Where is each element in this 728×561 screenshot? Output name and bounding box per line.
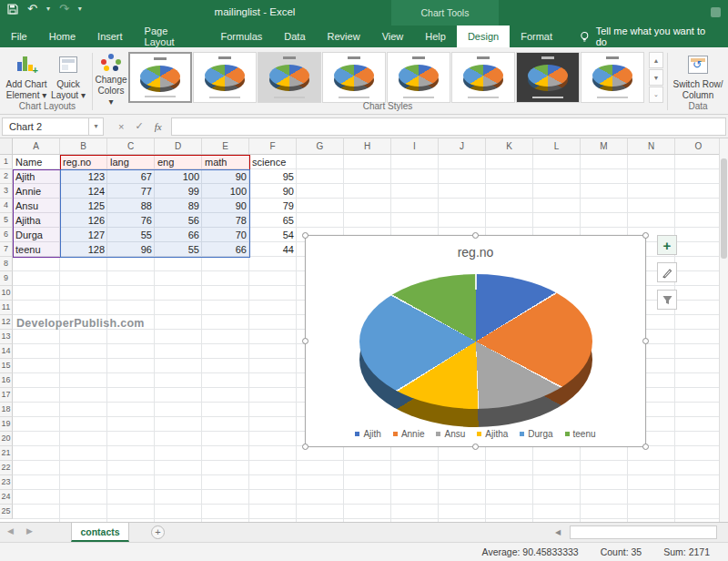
new-sheet-icon[interactable]: + <box>151 525 165 539</box>
tab-formulas[interactable]: Formulas <box>209 26 273 47</box>
cell-F7[interactable]: 44 <box>252 242 294 257</box>
cell-B7[interactable]: 128 <box>63 242 105 257</box>
row-header-18[interactable]: 18 <box>0 403 13 417</box>
cell-B4[interactable]: 125 <box>63 199 105 213</box>
cell-B1[interactable]: reg.no <box>63 155 105 169</box>
row-header-2[interactable]: 2 <box>0 169 13 184</box>
chart-handle-nw[interactable] <box>302 232 308 239</box>
cell-C7[interactable]: 96 <box>110 242 152 257</box>
cell-F1[interactable]: science <box>252 155 294 169</box>
row-header-6[interactable]: 6 <box>0 228 13 242</box>
cell-E1[interactable]: math <box>205 155 247 169</box>
tab-data[interactable]: Data <box>273 26 316 47</box>
cell-A1[interactable]: Name <box>15 155 57 169</box>
row-header-10[interactable]: 10 <box>0 286 13 301</box>
cell-A4[interactable]: Ansu <box>15 199 57 213</box>
chart-style-thumb-2[interactable] <box>193 52 257 103</box>
undo-icon[interactable]: ↶ <box>27 4 37 15</box>
cell-A6[interactable]: Durga <box>15 228 57 242</box>
chart-title[interactable]: reg.no <box>306 245 645 260</box>
cell-B3[interactable]: 124 <box>63 184 105 199</box>
window-corner-icon[interactable] <box>711 7 721 17</box>
chart-style-thumb-1[interactable] <box>128 52 192 103</box>
chart-handle-ne[interactable] <box>642 232 649 239</box>
row-header-15[interactable]: 15 <box>0 359 13 373</box>
tab-design[interactable]: Design <box>457 26 510 47</box>
tab-review[interactable]: Review <box>317 26 371 47</box>
column-header-L[interactable]: L <box>533 138 581 154</box>
cell-D6[interactable]: 66 <box>157 228 199 242</box>
row-header-14[interactable]: 14 <box>0 344 13 359</box>
tab-page-layout[interactable]: Page Layout <box>134 26 210 47</box>
row-header-3[interactable]: 3 <box>0 184 13 199</box>
row-header-12[interactable]: 12 <box>0 315 13 330</box>
add-chart-element-button[interactable]: + Add Chart Element ▾ <box>5 51 47 107</box>
enter-icon[interactable]: ✓ <box>135 120 143 132</box>
row-header-4[interactable]: 4 <box>0 199 13 213</box>
undo-dropdown-icon[interactable]: ▾ <box>46 5 50 13</box>
row-header-11[interactable]: 11 <box>0 301 13 315</box>
chart-handle-se[interactable] <box>642 444 649 450</box>
worksheet-grid[interactable]: ABCDEFGHIJKLMNO 123456789101112131415161… <box>0 138 728 522</box>
save-icon[interactable] <box>7 4 18 15</box>
row-header-24[interactable]: 24 <box>0 490 13 505</box>
horizontal-scrollbar[interactable]: ◀ <box>546 525 719 539</box>
row-header-22[interactable]: 22 <box>0 461 13 475</box>
cell-D4[interactable]: 89 <box>157 199 199 213</box>
cell-E3[interactable]: 100 <box>205 184 247 199</box>
cell-A7[interactable]: teenu <box>15 242 57 257</box>
column-header-E[interactable]: E <box>202 138 249 154</box>
name-box[interactable]: Chart 2 <box>2 117 89 136</box>
sheet-tab-contacts[interactable]: contacts <box>71 523 129 542</box>
cell-C3[interactable]: 77 <box>110 184 152 199</box>
cell-B5[interactable]: 126 <box>63 213 105 228</box>
vertical-scrollbar[interactable] <box>719 138 728 522</box>
chart-style-thumb-7[interactable] <box>516 52 580 103</box>
column-header-H[interactable]: H <box>344 138 391 154</box>
cell-D5[interactable]: 56 <box>157 213 199 228</box>
cell-E5[interactable]: 78 <box>205 213 247 228</box>
row-header-25[interactable]: 25 <box>0 505 13 519</box>
column-header-F[interactable]: F <box>249 138 297 154</box>
column-header-B[interactable]: B <box>60 138 107 154</box>
chart-style-thumb-5[interactable] <box>387 52 450 103</box>
chart-style-thumb-6[interactable] <box>451 52 515 103</box>
chart-elements-plus-icon[interactable]: + <box>657 235 677 255</box>
row-header-23[interactable]: 23 <box>0 475 13 490</box>
tab-file[interactable]: File <box>0 26 38 47</box>
column-header-N[interactable]: N <box>628 138 675 154</box>
tab-insert[interactable]: Insert <box>86 26 134 47</box>
row-header-16[interactable]: 16 <box>0 373 13 388</box>
sheet-nav-left-icon[interactable]: ◀ <box>7 526 14 536</box>
cell-B2[interactable]: 123 <box>63 169 105 184</box>
chart-style-thumb-8[interactable] <box>581 52 644 103</box>
cell-E6[interactable]: 70 <box>205 228 247 242</box>
tab-format[interactable]: Format <box>510 26 563 47</box>
cell-F2[interactable]: 95 <box>252 169 294 184</box>
row-header-17[interactable]: 17 <box>0 388 13 403</box>
cell-A5[interactable]: Ajitha <box>15 213 57 228</box>
hscroll-left-icon[interactable]: ◀ <box>555 528 561 536</box>
chart-style-thumb-3[interactable] <box>258 52 321 103</box>
row-header-20[interactable]: 20 <box>0 432 13 446</box>
cell-A3[interactable]: Annie <box>15 184 57 199</box>
row-header-8[interactable]: 8 <box>0 257 13 271</box>
column-header-D[interactable]: D <box>155 138 202 154</box>
insert-function-icon[interactable]: fx <box>155 121 162 132</box>
tab-help[interactable]: Help <box>414 26 457 47</box>
row-header-5[interactable]: 5 <box>0 213 13 228</box>
cancel-icon[interactable]: × <box>118 121 124 132</box>
column-header-I[interactable]: I <box>391 138 439 154</box>
cell-C1[interactable]: lang <box>110 155 152 169</box>
tell-me-box[interactable]: Tell me what you want to do <box>567 26 728 47</box>
cell-D3[interactable]: 99 <box>157 184 199 199</box>
gallery-scroll-up-icon[interactable]: ▲ <box>649 52 663 68</box>
cell-D2[interactable]: 100 <box>157 169 199 184</box>
column-header-A[interactable]: A <box>13 138 60 154</box>
chart-legend[interactable]: AjithAnnieAnsuAjithaDurgateenu <box>306 429 645 439</box>
cell-B6[interactable]: 127 <box>63 228 105 242</box>
cell-C4[interactable]: 88 <box>110 199 152 213</box>
chart-handle-n[interactable] <box>472 232 479 239</box>
cell-C5[interactable]: 76 <box>110 213 152 228</box>
quick-layout-button[interactable]: Quick Layout ▾ <box>47 51 89 107</box>
